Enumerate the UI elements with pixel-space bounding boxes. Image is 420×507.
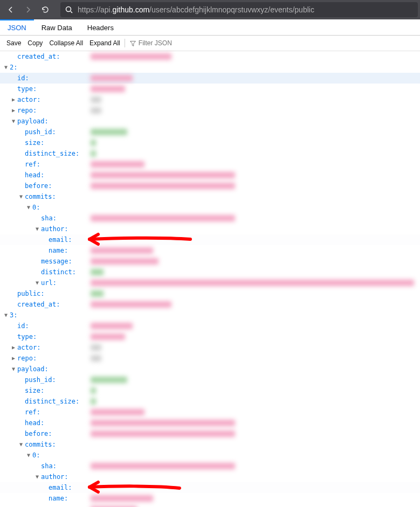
json-key-row[interactable]: sha: — [0, 461, 420, 471]
json-key-row[interactable]: size: — [0, 137, 420, 148]
back-button[interactable] — [2, 1, 19, 18]
filter-placeholder: Filter JSON — [139, 39, 172, 47]
url-bar[interactable]: https://api.github.com/users/abcdefghijk… — [60, 2, 418, 17]
url-path: /users/abcdefghijklmnopqrstuvwxyz/events… — [149, 5, 314, 14]
expand-all-button[interactable]: Expand All — [86, 38, 123, 48]
json-key-row[interactable]: distinct_size: — [0, 396, 420, 407]
url-prefix: https://api. — [78, 5, 113, 14]
chevron-down-icon: ▼ — [11, 364, 16, 374]
chevron-down-icon: ▼ — [35, 471, 40, 482]
tab-json[interactable]: JSON — [0, 19, 34, 35]
svg-point-0 — [66, 7, 71, 12]
chevron-down-icon: ▼ — [26, 202, 31, 213]
chevron-right-icon: ▶ — [11, 94, 16, 105]
chevron-down-icon: ▼ — [26, 450, 31, 461]
json-key-row[interactable]: before: — [0, 428, 420, 439]
json-key-row[interactable]: before: — [0, 180, 420, 191]
json-tree: created_at: ▼2: id: type: ▶actor: ▶repo:… — [0, 51, 420, 507]
json-key-row[interactable]: id: — [0, 73, 420, 84]
save-button[interactable]: Save — [3, 38, 24, 48]
json-toolbar: Save Copy Collapse All Expand All Filter… — [0, 36, 420, 51]
json-key-row[interactable]: public: — [0, 288, 420, 299]
json-key-row[interactable]: ▶repo: — [0, 353, 420, 364]
json-key-row[interactable]: ref: — [0, 407, 420, 418]
json-key-row[interactable]: sha: — [0, 213, 420, 224]
json-key-row[interactable]: created_at: — [0, 51, 420, 62]
json-key-row[interactable]: ▶actor: — [0, 94, 420, 105]
url-host: github.com — [113, 5, 149, 14]
json-key-row[interactable]: ▼author: — [0, 224, 420, 234]
chevron-down-icon: ▼ — [18, 439, 24, 450]
chevron-down-icon: ▼ — [3, 62, 9, 73]
collapse-all-button[interactable]: Collapse All — [46, 38, 86, 48]
json-key-row[interactable]: message: — [0, 504, 420, 507]
arrow-right-icon — [24, 5, 32, 14]
view-tabs: JSON Raw Data Headers — [0, 19, 420, 36]
json-index-row[interactable]: ▼0: — [0, 450, 420, 461]
json-index-row[interactable]: ▼3: — [0, 310, 420, 321]
json-key-row[interactable]: ▼payload: — [0, 364, 420, 374]
json-key-row[interactable]: ▶actor: — [0, 342, 420, 353]
json-key-row[interactable]: ▼commits: — [0, 439, 420, 450]
json-key-row[interactable]: id: — [0, 321, 420, 331]
json-key-row[interactable]: head: — [0, 170, 420, 180]
json-key-row[interactable]: push_id: — [0, 127, 420, 137]
json-key-row[interactable]: ▼author: — [0, 471, 420, 482]
reload-button[interactable] — [37, 1, 54, 18]
json-key-row[interactable]: ▼url: — [0, 277, 420, 288]
json-key-row[interactable]: ▶repo: — [0, 105, 420, 116]
browser-toolbar: https://api.github.com/users/abcdefghijk… — [0, 0, 420, 19]
json-key-row[interactable]: type: — [0, 331, 420, 342]
filter-input[interactable]: Filter JSON — [126, 39, 172, 47]
chevron-down-icon: ▼ — [18, 191, 24, 202]
json-key-row[interactable]: push_id: — [0, 374, 420, 385]
separator — [125, 39, 125, 47]
json-key-row[interactable]: name: — [0, 245, 420, 256]
annotation-arrow-icon — [80, 480, 182, 494]
json-key-row[interactable]: created_at: — [0, 299, 420, 310]
chevron-down-icon: ▼ — [35, 224, 40, 234]
json-index-row[interactable]: ▼0: — [0, 202, 420, 213]
json-key-email[interactable]: email: — [0, 482, 420, 493]
annotation-arrow-icon — [80, 232, 193, 246]
json-key-row[interactable]: type: — [0, 84, 420, 94]
reload-icon — [41, 5, 50, 14]
json-key-row[interactable]: size: — [0, 385, 420, 396]
filter-icon — [129, 40, 136, 47]
json-key-row[interactable]: name: — [0, 493, 420, 504]
forward-button[interactable] — [19, 1, 37, 18]
chevron-right-icon: ▶ — [11, 342, 16, 353]
json-key-row[interactable]: ref: — [0, 159, 420, 170]
tab-raw-data[interactable]: Raw Data — [34, 19, 80, 35]
chevron-down-icon: ▼ — [11, 116, 16, 127]
tab-headers[interactable]: Headers — [80, 19, 121, 35]
chevron-right-icon: ▶ — [11, 353, 16, 364]
search-icon — [65, 5, 73, 14]
json-key-row[interactable]: distinct: — [0, 267, 420, 277]
json-index-row[interactable]: ▼2: — [0, 62, 420, 73]
json-key-row[interactable]: distinct_size: — [0, 148, 420, 159]
json-key-row[interactable]: ▼payload: — [0, 116, 420, 127]
chevron-right-icon: ▶ — [11, 105, 16, 116]
chevron-down-icon: ▼ — [3, 310, 9, 321]
chevron-down-icon: ▼ — [35, 277, 40, 288]
json-key-row[interactable]: head: — [0, 418, 420, 428]
json-key-email[interactable]: email: — [0, 234, 420, 245]
copy-button[interactable]: Copy — [24, 38, 46, 48]
json-key-row[interactable]: ▼commits: — [0, 191, 420, 202]
json-key-row[interactable]: message: — [0, 256, 420, 267]
arrow-left-icon — [6, 5, 15, 14]
